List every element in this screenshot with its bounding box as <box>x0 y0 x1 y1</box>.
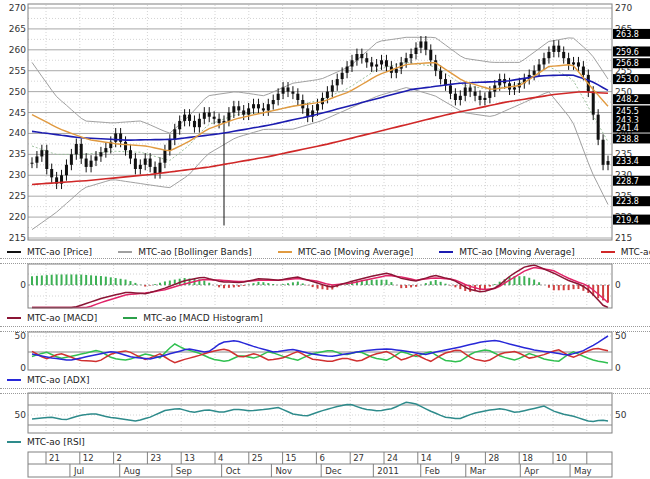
candle-body <box>124 142 127 150</box>
candle-body <box>104 148 107 152</box>
candle-body <box>134 159 137 169</box>
legend-color-dash-icon <box>7 317 21 319</box>
candle-body <box>99 152 102 156</box>
timeline-day-label: 18 <box>522 453 533 463</box>
legend-color-dash-icon <box>7 251 21 253</box>
timeline-day-label: 15 <box>286 453 297 463</box>
legend-label: MTC-ao [Moving Average] <box>459 247 575 257</box>
candle-body <box>168 140 171 150</box>
candle-body <box>227 113 230 121</box>
candle-body <box>31 163 34 164</box>
candle-body <box>40 150 43 156</box>
candle-body <box>173 129 176 139</box>
last-value-box-label: 263.8 <box>616 30 639 39</box>
candle-body <box>326 92 329 98</box>
legend-color-dash-icon <box>7 379 21 381</box>
candle-body <box>159 163 162 173</box>
candle-body <box>242 110 245 114</box>
timeline-day-label: 14 <box>421 453 432 463</box>
legend-color-dash-icon <box>123 317 137 319</box>
candle-body <box>213 117 216 119</box>
price-axis-left-label: 265 <box>9 24 26 34</box>
candle-body <box>237 106 240 110</box>
candle-body <box>479 96 482 100</box>
candle-body <box>35 156 38 162</box>
candle-body <box>577 62 580 66</box>
rsi-panel-bg <box>28 393 612 433</box>
candle-body <box>355 54 358 60</box>
rsi-axis-left-label: 50 <box>15 410 27 420</box>
legend-item: MTC-ao [Moving Average] <box>601 247 650 257</box>
timeline-day-label: 21 <box>49 453 60 463</box>
macd-axis-right-label: 0 <box>615 280 621 290</box>
legend-color-dash-icon <box>7 441 21 443</box>
candle-body <box>291 92 294 94</box>
candle-body <box>582 67 585 75</box>
candle-body <box>178 121 181 129</box>
legend-item: MTC-ao [Price] <box>7 247 92 257</box>
timeline-month-label: Dec <box>325 466 342 476</box>
legend-label: MTC-ao [Price] <box>27 247 92 257</box>
price-axis-left-label: 220 <box>9 212 26 222</box>
timeline-month-label: Jul <box>73 466 84 476</box>
adx-axis-left-label-50: 50 <box>15 331 27 341</box>
legend-color-dash-icon <box>601 251 615 253</box>
price-chart-canvas[interactable]: 2152152202202252252302302352352402402452… <box>0 0 650 479</box>
candle-body <box>424 41 427 49</box>
timeline-day-label: 23 <box>150 453 161 463</box>
candle-body <box>316 104 319 110</box>
legend-item: MTC-ao [RSI] <box>7 437 85 447</box>
timeline-day-label: 2 <box>117 453 122 463</box>
legend-label: MTC-ao [Moving Average] <box>621 247 650 257</box>
candle-body <box>429 50 432 60</box>
legend-color-dash-icon <box>118 251 132 253</box>
timeline-month-label: May <box>574 466 592 476</box>
panel-divider <box>0 388 650 394</box>
candle-body <box>144 159 147 165</box>
legend-label: MTC-ao [MACD Histogram] <box>143 313 263 323</box>
candle-body <box>415 48 418 54</box>
candle-body <box>513 87 516 89</box>
candle-body <box>287 87 290 91</box>
candle-body <box>296 94 299 100</box>
candle-body <box>149 159 152 167</box>
price-axis-left-label: 270 <box>9 3 26 13</box>
last-value-box-label: 233.4 <box>616 157 639 166</box>
price-axis-left-label: 250 <box>9 87 26 97</box>
candle-body <box>405 58 408 62</box>
candle-body <box>257 104 260 108</box>
candle-body <box>419 41 422 47</box>
candle-body <box>114 133 117 141</box>
candle-body <box>45 150 48 169</box>
legend-item: MTC-ao [MACD Histogram] <box>123 313 263 323</box>
timeline-day-label: 13 <box>184 453 195 463</box>
timeline-day-label: 25 <box>252 453 263 463</box>
candle-body <box>272 100 275 104</box>
macd-axis-left-label: 0 <box>20 280 26 290</box>
adx-axis-left-label-0: 0 <box>20 363 26 373</box>
legend-item: MTC-ao [Bollinger Bands] <box>118 247 252 257</box>
legend-adx: MTC-ao [ADX] <box>7 374 89 386</box>
timeline-day-label: 28 <box>488 453 499 463</box>
candle-body <box>341 73 344 79</box>
last-value-box-label: 259.6 <box>616 48 639 57</box>
candle-body <box>375 64 378 66</box>
timeline-month-label: Mar <box>470 466 487 476</box>
candle-body <box>218 119 221 123</box>
legend-label: MTC-ao [MACD] <box>27 313 97 323</box>
price-axis-left-label: 245 <box>9 108 26 118</box>
candle-body <box>232 106 235 112</box>
last-value-box-label: 245.5 <box>616 107 639 116</box>
panel-divider <box>0 326 650 332</box>
legend-item: MTC-ao [MACD] <box>7 313 97 323</box>
candle-body <box>385 60 388 66</box>
candle-body <box>193 121 196 127</box>
timeline-day-label: 12 <box>83 453 94 463</box>
candle-body <box>139 165 142 169</box>
last-value-box-label: 241.4 <box>616 124 639 133</box>
candle-body <box>547 52 550 58</box>
candle-body <box>572 62 575 64</box>
candle-body <box>154 167 157 173</box>
timeline-day-label: 6 <box>319 453 324 463</box>
candle-body <box>282 87 285 93</box>
